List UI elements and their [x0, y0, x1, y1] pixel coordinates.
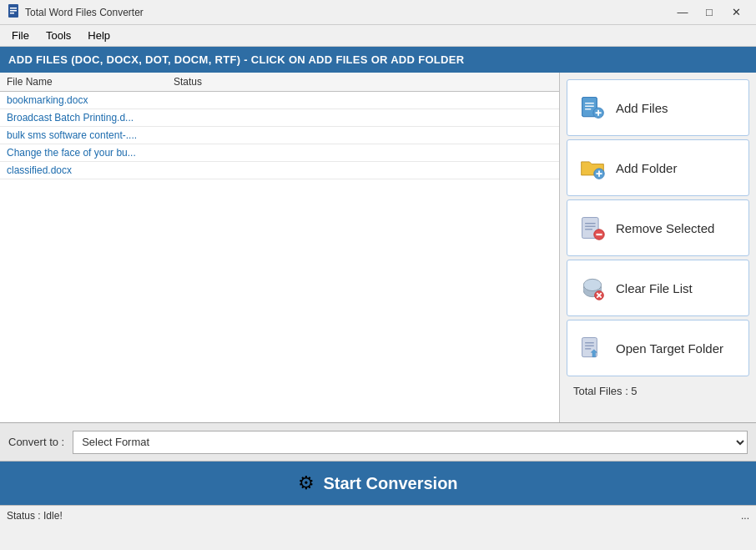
app-title: Total Word Files Converter	[25, 7, 144, 18]
open-target-folder-svg	[579, 335, 606, 361]
row-filename: classified.docx	[7, 164, 174, 176]
add-files-icon	[577, 93, 607, 123]
title-bar: Total Word Files Converter — □ ✕	[0, 0, 756, 25]
menu-help[interactable]: Help	[79, 27, 118, 44]
add-folder-label: Add Folder	[616, 161, 677, 175]
convert-area: Convert to : Select FormatPDFDOCDOCXRTFT…	[0, 423, 756, 462]
close-button[interactable]: ✕	[723, 0, 749, 25]
add-files-button[interactable]: Add Files	[567, 79, 749, 136]
add-files-svg	[579, 94, 606, 121]
title-left: Total Word Files Converter	[7, 4, 144, 20]
table-row[interactable]: bulk sms software content-....	[0, 127, 559, 144]
minimize-button[interactable]: —	[669, 0, 696, 25]
row-status	[174, 164, 552, 176]
start-conversion[interactable]: ⚙ Start Conversion	[0, 462, 756, 505]
table-row[interactable]: Broadcast Batch Printing.d...	[0, 109, 559, 127]
svg-point-24	[583, 279, 601, 290]
total-files: Total Files : 5	[567, 380, 749, 402]
word-icon	[7, 4, 20, 18]
menu-bar: File Tools Help	[0, 25, 756, 47]
open-target-folder-label: Open Target Folder	[616, 341, 723, 356]
add-folder-icon	[577, 153, 607, 183]
remove-selected-svg	[579, 214, 606, 241]
start-conversion-label: Start Conversion	[323, 474, 457, 493]
clear-file-list-svg	[579, 275, 606, 301]
row-status	[174, 94, 552, 106]
clear-file-list-label: Clear File List	[616, 281, 693, 295]
col-header-status: Status	[174, 76, 552, 88]
add-files-label: Add Files	[616, 101, 668, 115]
status-label: Status :	[7, 510, 41, 522]
maximize-button[interactable]: □	[696, 0, 723, 25]
clear-file-list-icon	[577, 273, 607, 303]
add-folder-button[interactable]: Add Folder	[567, 139, 749, 196]
table-header: File Name Status	[0, 73, 559, 92]
status-value: Idle!	[43, 510, 63, 522]
open-target-folder-icon	[577, 333, 607, 363]
svg-rect-3	[10, 13, 14, 14]
row-filename: bulk sms software content-....	[7, 129, 174, 141]
file-rows[interactable]: bookmarking.docx Broadcast Batch Printin…	[0, 92, 559, 422]
gear-icon: ⚙	[298, 472, 315, 494]
remove-selected-icon	[577, 213, 607, 243]
status-text: Status : Idle!	[7, 510, 63, 522]
app-icon	[7, 4, 20, 20]
main-area: File Name Status bookmarking.docx Broadc…	[0, 73, 756, 423]
menu-file[interactable]: File	[3, 27, 38, 44]
row-filename: Broadcast Batch Printing.d...	[7, 112, 174, 124]
svg-rect-1	[10, 8, 17, 9]
status-bar: Status : Idle! ...	[0, 505, 756, 525]
col-header-filename: File Name	[7, 76, 174, 88]
buttons-panel: Add Files Add Folder	[560, 73, 756, 422]
remove-selected-label: Remove Selected	[616, 221, 714, 235]
svg-rect-2	[10, 10, 17, 12]
add-folder-svg	[579, 154, 606, 181]
menu-tools[interactable]: Tools	[38, 27, 79, 44]
remove-selected-button[interactable]: Remove Selected	[567, 199, 749, 256]
status-dots: ...	[741, 510, 749, 522]
title-controls: — □ ✕	[669, 0, 749, 25]
format-select[interactable]: Select FormatPDFDOCDOCXRTFTXTHTMLEPUBODT	[73, 431, 748, 454]
convert-label: Convert to :	[8, 436, 64, 448]
row-status	[174, 112, 552, 124]
row-filename: bookmarking.docx	[7, 94, 174, 106]
table-row[interactable]: classified.docx	[0, 162, 559, 179]
open-target-folder-button[interactable]: Open Target Folder	[567, 320, 749, 376]
row-filename: Change the face of your bu...	[7, 147, 174, 159]
header-banner: ADD FILES (DOC, DOCX, DOT, DOCM, RTF) - …	[0, 47, 756, 73]
row-status	[174, 129, 552, 141]
row-status	[174, 147, 552, 159]
table-row[interactable]: Change the face of your bu...	[0, 144, 559, 162]
clear-file-list-button[interactable]: Clear File List	[567, 260, 749, 316]
file-list-panel: File Name Status bookmarking.docx Broadc…	[0, 73, 560, 422]
table-row[interactable]: bookmarking.docx	[0, 92, 559, 109]
